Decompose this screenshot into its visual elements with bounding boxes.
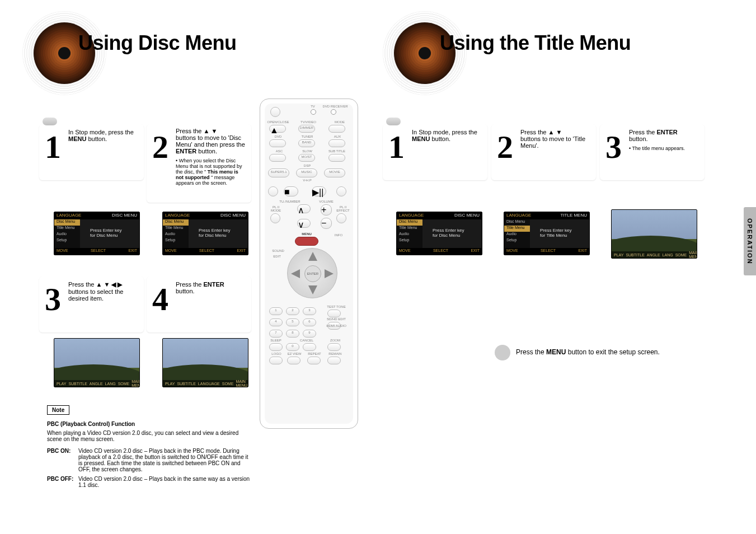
- step-number: 2: [497, 131, 513, 163]
- osd-bot-l: MOVE: [506, 249, 518, 254]
- arrows-icon: ▲ ▼: [204, 128, 218, 134]
- cancel-button: [303, 343, 316, 351]
- note-on-text: Video CD version 2.0 disc – Plays back i…: [78, 448, 252, 472]
- remote-label-hdmiaudio: HDMI AUDIO: [324, 324, 349, 327]
- remote-label-tvvideo: TV/VIDEO: [297, 120, 320, 124]
- remote-inner: TV DVD RECEIVER OPEN/CLOSE TV/VIDEO MODE…: [265, 104, 353, 424]
- stop-button: ■: [284, 186, 298, 196]
- num-4-label: 4: [269, 320, 283, 323]
- closing-post: button to exit the setup screen.: [568, 348, 660, 356]
- step-number: 4: [152, 283, 168, 316]
- osd-hdr-l: LANGUAGE: [399, 213, 424, 219]
- menu-button: [295, 237, 318, 246]
- osd-center-1: Press Enter key: [90, 228, 121, 233]
- step-chip: [43, 118, 57, 125]
- menu-item: Disc Menu: [163, 219, 189, 226]
- step-text: Press the: [176, 281, 201, 288]
- remote-label-dsp: DSP: [300, 164, 314, 167]
- closing-pre: Press the: [516, 348, 544, 356]
- step-text2: buttons to move to 'Title Menu'.: [520, 135, 585, 149]
- photo-strip-item: PLAY: [614, 253, 623, 257]
- testtone-button: [327, 310, 341, 317]
- step-3: 3 Press the ENTER button. • The title me…: [600, 124, 705, 180]
- remote-label-info: INFO: [332, 233, 345, 237]
- osd-bot-l: MOVE: [57, 249, 68, 254]
- remote-label-tv: TV: [307, 105, 318, 108]
- note-on-label: PBC ON:: [47, 448, 71, 454]
- dpad: ENTER: [287, 248, 337, 298]
- photo-strip-item: LANG: [663, 253, 673, 257]
- remote-label-aux: AUX: [331, 135, 344, 138]
- closing-text: Press the MENU button to exit the setup …: [516, 348, 660, 356]
- remote-label-remain: REMAIN: [326, 352, 344, 355]
- step-chip: [386, 118, 401, 125]
- remote-label-volume: VOLUME: [315, 200, 337, 203]
- step-key: MENU: [412, 135, 430, 142]
- volume-down-button: −: [321, 218, 332, 229]
- osd-hdr-l: LANGUAGE: [57, 213, 81, 219]
- step-2: 2 Press the ▲ ▼ buttons to move to 'Titl…: [491, 124, 596, 180]
- menu-item: Title Menu: [163, 226, 189, 232]
- step-text2: button.: [629, 135, 648, 142]
- remote-illustration: TV DVD RECEIVER OPEN/CLOSE TV/VIDEO MODE…: [260, 99, 358, 429]
- remote-label-ezview: EZ VIEW: [285, 352, 304, 355]
- photo-strip-item: ANGLE: [90, 382, 103, 386]
- remote-label-mode: MODE: [328, 120, 351, 124]
- remote-label-sdedit: SD/HD EDIT: [324, 317, 349, 321]
- remote-label-tuner: TUNER: [300, 135, 314, 138]
- osd-center-2: for Title Menu: [540, 233, 571, 238]
- step-body: Press the ▲ ▼ buttons to move to 'Disc M…: [176, 128, 247, 198]
- menu-item: Setup: [54, 238, 80, 244]
- osd-bot-l: MOVE: [399, 249, 411, 254]
- step-number: 1: [388, 131, 405, 163]
- remote-label-plii-eff: PL II EFFECT: [335, 205, 351, 212]
- menu-item: Disc Menu: [504, 219, 530, 226]
- osd-screenshot-title-menu: LANGUAGETITLE MENU Disc Menu Title Menu …: [504, 212, 590, 255]
- step-2: 2 Press the ▲ ▼ buttons to move to 'Disc…: [147, 124, 251, 203]
- remote-label-dvd: DVD: [271, 135, 285, 138]
- page-title-left: Using Disc Menu: [78, 31, 237, 55]
- note-off-label: PBC OFF:: [47, 476, 73, 482]
- menu-item: Disc Menu: [397, 219, 422, 226]
- menu-item: Title Menu: [54, 226, 80, 232]
- note-heading: PBC (Playback Control) Function: [47, 421, 135, 427]
- photo-strip-item: SUBTITLE: [626, 253, 644, 257]
- remote-label-band: BAND: [298, 140, 315, 144]
- note-off-text: Video CD version 2.0 disc – Plays back i…: [78, 476, 252, 488]
- tuner-down-button: ∨: [297, 219, 311, 228]
- step-text: Press the: [520, 129, 546, 135]
- remote-label-edit: EDIT: [270, 255, 284, 258]
- photo-strip-item: SOME: [222, 382, 234, 386]
- step-body: Press the ENTER button. • The title menu…: [629, 129, 700, 176]
- remote-label-vhp: V-H.P: [300, 179, 314, 182]
- menu-item: Setup: [504, 238, 530, 244]
- step-1: 1 In Stop mode, press the MENU button.: [39, 124, 144, 180]
- step-3: 3 Press the ▲ ▼ ◀ ▶ buttons to select th…: [39, 277, 144, 332]
- prev-button: [268, 186, 278, 196]
- remote-label-subtitle: SUB TITLE: [327, 149, 346, 153]
- num-1-label: 1: [269, 308, 283, 312]
- step-body: Press the ENTER button.: [176, 281, 247, 328]
- photo-strip-item: SOME: [675, 253, 687, 257]
- step-key: ENTER: [176, 148, 196, 154]
- dpad-down: [308, 285, 317, 294]
- step-sub: The title menu appears.: [632, 146, 685, 151]
- menu-item: Title Menu: [504, 226, 530, 232]
- step-text2: buttons to select the desired item.: [68, 288, 123, 302]
- tuner-up-button: ∧: [297, 204, 311, 213]
- remote-label-testtone: TEST TONE: [324, 305, 349, 308]
- enter-button: ENTER: [304, 265, 321, 282]
- num-6-label: 6: [303, 320, 316, 323]
- step-text: Press the: [68, 281, 94, 288]
- remote-label-menu: MENU: [299, 232, 314, 236]
- osd-center-2: for Disc Menu: [90, 233, 121, 238]
- sleep-button: [269, 343, 283, 351]
- dvd-menu-photo: PLAY SUBTITLE ANGLE LANG SOME MAIN MENU: [54, 338, 140, 387]
- step-number: 2: [152, 131, 168, 163]
- slider-dvd: [331, 109, 336, 115]
- photo-strip: PLAY SUBTITLE ANGLE LANG SOME MAIN MENU: [612, 251, 697, 258]
- osd-bot-r: EXIT: [237, 249, 246, 254]
- remote-label-slow: SLOW: [300, 149, 314, 153]
- remote-label-zoom: ZOOM: [327, 339, 343, 342]
- num-5-label: 5: [286, 320, 299, 323]
